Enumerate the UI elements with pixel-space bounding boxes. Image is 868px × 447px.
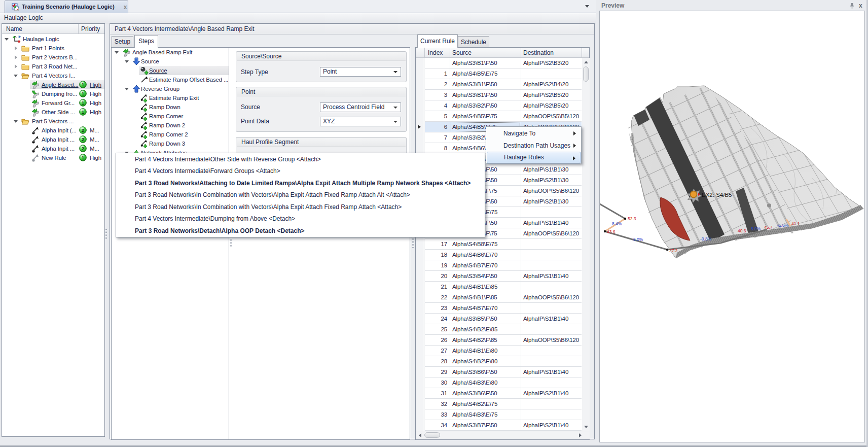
- svg-text:-0.8%: -0.8%: [700, 236, 712, 242]
- svg-text:40.6: 40.6: [738, 228, 746, 233]
- svg-text:2: 2: [82, 127, 84, 133]
- svg-text:41.1: 41.1: [791, 221, 800, 226]
- svg-text:1: 1: [82, 109, 85, 115]
- svg-text:5.0%: 5.0%: [633, 237, 643, 242]
- svg-text:2: 2: [82, 136, 84, 142]
- svg-text:45.7: 45.7: [764, 225, 773, 230]
- svg-text:2: 2: [82, 146, 84, 151]
- svg-text:43.6: 43.6: [607, 229, 616, 234]
- svg-text:52.3: 52.3: [628, 216, 636, 221]
- svg-text:1: 1: [82, 100, 85, 106]
- svg-text:1: 1: [82, 82, 85, 87]
- svg-text:1: 1: [82, 155, 85, 160]
- svg-text:8.0%: 8.0%: [751, 226, 761, 231]
- svg-text:1: 1: [82, 91, 85, 96]
- svg-text:8.4%: 8.4%: [612, 221, 622, 226]
- svg-text:EX2: S4/B5: EX2: S4/B5: [702, 192, 732, 198]
- svg-text:-1.6%: -1.6%: [777, 223, 789, 228]
- svg-text:27.2: 27.2: [669, 248, 678, 253]
